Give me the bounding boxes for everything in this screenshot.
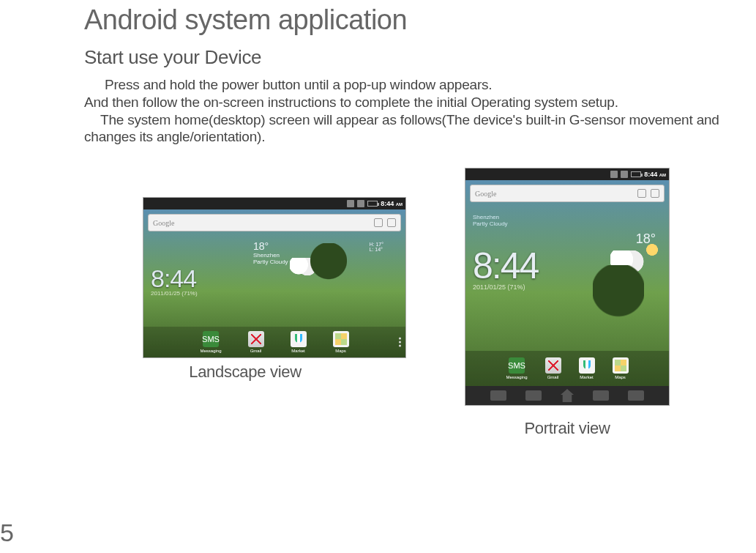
app-dock: SMS Messaging Gmail Market Maps <box>465 351 669 386</box>
google-search-bar[interactable]: Google <box>148 214 401 231</box>
clock-widget: 8:44 2011/01/25 (71%) <box>143 266 198 297</box>
signal-icon <box>347 200 354 207</box>
weather-hi: H: 17° <box>369 242 383 247</box>
gmail-icon <box>248 331 264 347</box>
home-screen-portrait: Google Shenzhen Partly Cloudy 18° 8:44 <box>465 180 669 405</box>
app-label: Maps <box>615 375 626 379</box>
google-search-bar[interactable]: Google <box>470 185 665 202</box>
portrait-device-mock: 8:44 AM Google Shenzhen Partly Cloudy 18… <box>465 168 670 406</box>
app-label: Gmail <box>250 349 262 353</box>
body-line-2: And then follow the on-screen instructio… <box>84 94 749 111</box>
voice-search-icon[interactable] <box>387 218 396 227</box>
weather-hi-lo: H: 17° L: 14° <box>369 242 383 252</box>
signal-icon <box>610 171 618 178</box>
app-gmail[interactable]: Gmail <box>248 331 264 353</box>
app-maps[interactable]: Maps <box>333 331 349 353</box>
app-messaging[interactable]: SMS Messaging <box>506 357 527 379</box>
landscape-device-mock: 8:44 AM Google 8:44 2011/01/25 (71%) 18° <box>143 197 406 358</box>
weather-widget: 18° Shenzhen Partly Cloudy <box>253 240 288 265</box>
app-messaging[interactable]: SMS Messaging <box>200 331 221 353</box>
google-logo: Google <box>153 219 174 227</box>
body-line-3: The system home(desktop) screen will app… <box>84 111 749 146</box>
landscape-column: 8:44 AM Google 8:44 2011/01/25 (71%) 18° <box>84 168 406 382</box>
app-maps[interactable]: Maps <box>613 357 629 379</box>
page-indicator-icon <box>399 338 401 347</box>
app-label: Gmail <box>547 375 559 379</box>
section-heading: Start use your Device <box>84 46 749 69</box>
weather-cond: Partly Cloudy <box>253 259 288 265</box>
status-time: 8:44 AM <box>381 200 403 207</box>
wallpaper-tree <box>593 265 644 353</box>
portrait-caption: Portrait view <box>524 419 610 438</box>
network-icon <box>357 200 364 207</box>
app-label: Messaging <box>200 349 221 353</box>
portrait-column: 8:44 AM Google Shenzhen Partly Cloudy 18… <box>465 168 670 438</box>
network-icon <box>621 171 628 178</box>
messaging-icon: SMS <box>509 357 525 374</box>
status-bar: 8:44 AM <box>143 198 405 209</box>
app-market[interactable]: Market <box>579 357 595 379</box>
battery-icon <box>367 201 378 207</box>
market-icon <box>579 357 595 374</box>
nav-bar <box>465 386 669 405</box>
recent-button[interactable] <box>628 390 644 401</box>
app-market[interactable]: Market <box>291 331 307 353</box>
page-number: 5 <box>0 519 14 547</box>
search-button[interactable] <box>593 390 609 401</box>
app-label: Market <box>580 375 593 379</box>
maps-icon <box>613 357 629 374</box>
weather-temp: 18° <box>636 231 656 247</box>
app-dock: SMS Messaging Gmail Market Maps <box>143 327 405 357</box>
search-icon[interactable] <box>374 218 383 227</box>
views-row: 8:44 AM Google 8:44 2011/01/25 (71%) 18° <box>84 168 749 438</box>
back-button[interactable] <box>490 390 506 401</box>
landscape-caption: Landscape view <box>189 363 302 382</box>
gmail-icon <box>545 357 561 374</box>
clock-time: 8:44 <box>151 266 198 291</box>
status-ampm: AM <box>659 173 666 177</box>
clock-date: 2011/01/25 (71%) <box>151 291 198 297</box>
weather-widget: Shenzhen Partly Cloudy <box>473 214 662 227</box>
status-time-value: 8:44 <box>644 171 657 178</box>
voice-search-icon[interactable] <box>651 189 659 198</box>
app-gmail[interactable]: Gmail <box>545 357 561 379</box>
weather-cond: Partly Cloudy <box>473 220 662 227</box>
weather-temp: 18° <box>253 240 288 252</box>
home-screen-landscape: Google 8:44 2011/01/25 (71%) 18° Shenzhe… <box>143 209 405 357</box>
widget-area: 8:44 2011/01/25 (71%) 18° Shenzhen Partl… <box>143 236 405 327</box>
widget-area: Shenzhen Partly Cloudy 18° 8:44 2011/01/… <box>465 207 669 351</box>
status-ampm: AM <box>396 202 403 207</box>
search-icon[interactable] <box>637 189 646 198</box>
status-time-value: 8:44 <box>381 200 394 207</box>
page-title: Android system application <box>84 4 749 36</box>
market-icon <box>291 331 307 347</box>
body-line-1: Press and hold the power button until a … <box>84 76 749 94</box>
status-time: 8:44 AM <box>644 171 666 178</box>
home-button[interactable] <box>561 389 574 402</box>
google-logo: Google <box>475 190 496 198</box>
app-label: Maps <box>335 349 346 353</box>
wallpaper-tree <box>310 243 347 302</box>
app-label: Market <box>291 349 304 353</box>
maps-icon <box>333 331 349 347</box>
messaging-icon: SMS <box>203 331 219 347</box>
weather-lo: L: 14° <box>369 247 383 252</box>
app-label: Messaging <box>506 375 527 379</box>
menu-button[interactable] <box>525 390 542 401</box>
weather-city: Shenzhen <box>473 214 662 220</box>
battery-icon <box>631 171 641 177</box>
weather-city: Shenzhen <box>253 252 288 259</box>
status-bar: 8:44 AM <box>465 168 669 180</box>
